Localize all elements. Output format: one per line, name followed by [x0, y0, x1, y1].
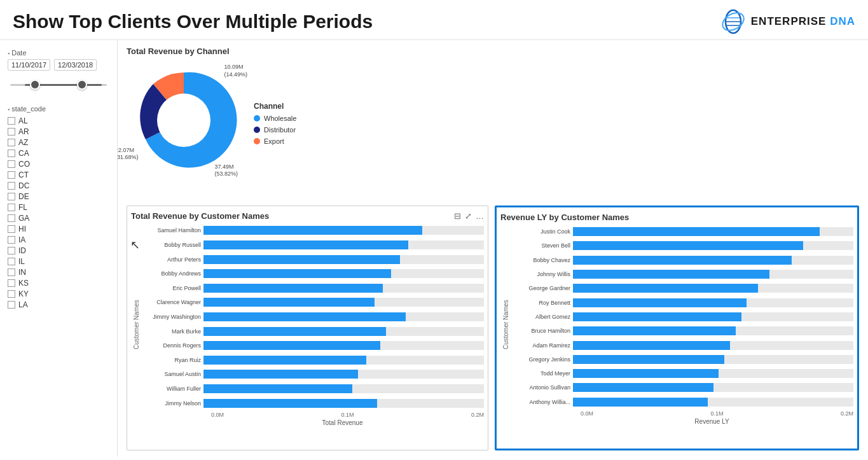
bar-label: Adam Ramirez [513, 342, 570, 349]
state-checkbox[interactable] [8, 128, 15, 136]
table-row: Bobby Andrews [144, 269, 484, 278]
revenue-ly-x-axis: Revenue LY [570, 418, 853, 425]
total-revenue-bars-wrapper: Samuel Hamilton Bobby Russell Arthur Pet… [141, 223, 484, 426]
table-row: Mark Burke [144, 327, 484, 336]
state-checkbox[interactable] [8, 236, 15, 244]
state-name: KY [18, 289, 29, 298]
state-checkbox[interactable] [8, 268, 15, 276]
state-item-hi[interactable]: HI [8, 225, 109, 233]
revenue-ly-chart: Revenue LY by Customer Names Customer Na… [495, 206, 859, 450]
total-revenue-y-axis: Customer Names [131, 223, 141, 426]
state-checkbox[interactable] [8, 117, 15, 125]
state-item-ar[interactable]: AR [8, 127, 109, 136]
bar-track [203, 255, 484, 264]
state-item-ca[interactable]: CA [8, 149, 109, 158]
bar-track [573, 256, 853, 265]
revenue-ly-bars-wrapper: Justin Cook Steven Bell Bobby Chavez Joh… [511, 225, 853, 425]
top-charts: Total Revenue by Channel [127, 46, 859, 199]
state-item-co[interactable]: CO [8, 160, 109, 169]
bar-label: Todd Meyer [513, 370, 570, 377]
slider-thumb-right[interactable] [77, 80, 87, 90]
bar-fill [573, 398, 708, 407]
state-checkbox[interactable] [8, 193, 15, 200]
state-checkbox[interactable] [8, 171, 15, 179]
table-row: Adam Ramirez [513, 341, 853, 350]
state-checkbox[interactable] [8, 139, 15, 146]
bar-track [203, 269, 484, 278]
bar-fill [573, 369, 719, 378]
table-row: Albert Gomez [513, 312, 853, 321]
bar-fill [203, 384, 352, 393]
state-checkbox[interactable] [8, 204, 15, 211]
table-row: Dennis Rogers [144, 341, 484, 350]
donut-chart-title: Total Revenue by Channel [127, 46, 368, 56]
state-item-la[interactable]: LA [8, 300, 109, 309]
bar-label: Bobby Andrews [144, 270, 201, 277]
date-end[interactable]: 12/03/2018 [54, 59, 97, 71]
state-checkbox[interactable] [8, 150, 15, 157]
distributor-label: 22.07M(31.68%) [118, 147, 139, 162]
state-item-dc[interactable]: DC [8, 181, 109, 190]
table-row: Bobby Chavez [513, 256, 853, 265]
state-item-ga[interactable]: GA [8, 214, 109, 223]
bar-track [573, 355, 853, 364]
right-content: Total Revenue by Channel [118, 40, 868, 457]
state-item-il[interactable]: IL [8, 257, 109, 266]
state-item-az[interactable]: AZ [8, 138, 109, 147]
state-checkbox[interactable] [8, 258, 15, 265]
bar-label: Mark Burke [144, 328, 201, 335]
table-row: Arthur Peters [144, 255, 484, 264]
state-item-de[interactable]: DE [8, 192, 109, 201]
state-checkbox[interactable] [8, 182, 15, 190]
table-row: Eric Powell [144, 284, 484, 293]
state-checkbox[interactable] [8, 225, 15, 233]
bar-fill [573, 256, 792, 265]
bar-track [573, 341, 853, 350]
bar-track [573, 326, 853, 335]
bottom-charts: Total Revenue by Customer Names ⊟ ⤢ … ↖ … [127, 206, 859, 450]
revenue-ly-x-ticks: 0.0M 0.1M 0.2M [581, 410, 853, 417]
table-row: Anthony Willia... [513, 398, 853, 407]
state-checkbox[interactable] [8, 160, 15, 168]
state-checkbox[interactable] [8, 290, 15, 298]
state-item-fl[interactable]: FL [8, 203, 109, 212]
state-list: ALARAZCACOCTDCDEFLGAHIIAIDILINKSKYLA [8, 116, 109, 309]
state-item-al[interactable]: AL [8, 116, 109, 125]
state-item-ky[interactable]: KY [8, 289, 109, 298]
donut-wrapper: 10.09M(14.49%) 22.07M(31.68%) 37.49M(53.… [127, 60, 241, 181]
legend-export: Export [254, 137, 296, 145]
slider-thumb-left[interactable] [30, 80, 40, 90]
state-item-ia[interactable]: IA [8, 235, 109, 244]
state-code-label: ▪ state_code [8, 105, 109, 113]
state-checkbox[interactable] [8, 279, 15, 287]
bar-track [573, 298, 853, 307]
header: Show Top Clients Over Multiple Periods E… [0, 0, 868, 40]
bar-track [203, 298, 484, 307]
bar-track [573, 227, 853, 236]
state-item-id[interactable]: ID [8, 246, 109, 255]
table-row: Justin Cook [513, 227, 853, 236]
more-icon[interactable]: … [476, 211, 484, 221]
state-checkbox[interactable] [8, 214, 15, 222]
bar-fill [203, 356, 366, 365]
state-name: AR [18, 127, 29, 136]
bar-track [203, 312, 484, 321]
filter-icon[interactable]: ⊟ [454, 211, 461, 221]
bar-label: Dennis Rogers [144, 342, 201, 349]
bar-fill [573, 241, 803, 250]
date-slider[interactable] [8, 76, 109, 94]
revenue-ly-bars: Justin Cook Steven Bell Bobby Chavez Joh… [511, 225, 853, 409]
state-checkbox[interactable] [8, 247, 15, 254]
state-item-in[interactable]: IN [8, 268, 109, 277]
bar-fill [203, 284, 383, 293]
state-item-ct[interactable]: CT [8, 171, 109, 179]
expand-icon[interactable]: ⤢ [465, 211, 472, 221]
bar-track [573, 270, 853, 279]
date-start[interactable]: 11/10/2017 [8, 59, 50, 71]
date-range: 11/10/2017 12/03/2018 [8, 59, 109, 71]
bar-label: Steven Bell [513, 242, 570, 249]
bar-track [573, 312, 853, 321]
state-item-ks[interactable]: KS [8, 279, 109, 288]
state-checkbox[interactable] [8, 301, 15, 309]
revenue-ly-title: Revenue LY by Customer Names [500, 213, 629, 222]
